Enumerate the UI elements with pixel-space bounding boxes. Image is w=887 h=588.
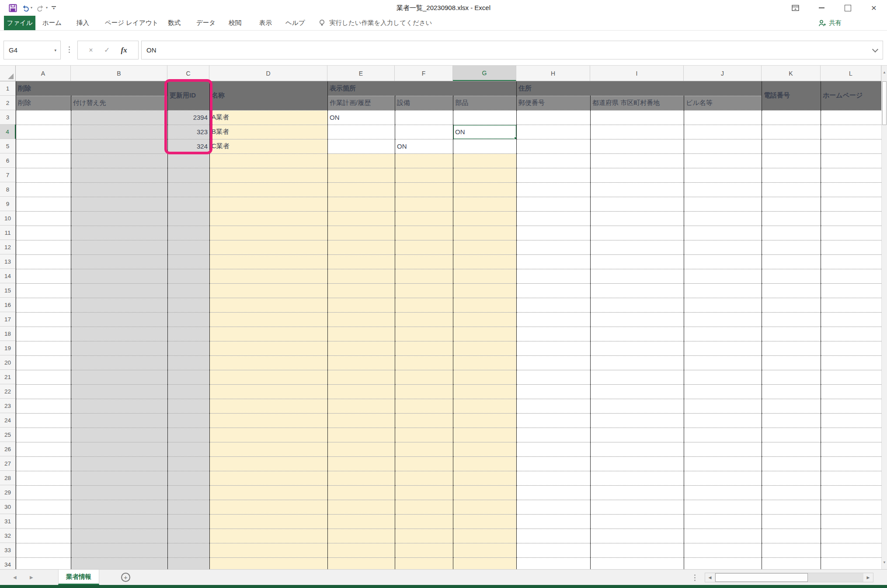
cell-F33[interactable] xyxy=(395,543,453,557)
cell-J13[interactable] xyxy=(684,254,762,269)
cell-F20[interactable] xyxy=(395,355,453,370)
cell-F34[interactable] xyxy=(395,557,453,569)
cell-C13[interactable] xyxy=(168,254,210,269)
cell-J30[interactable] xyxy=(684,500,762,514)
row-header-34[interactable]: 34 xyxy=(0,557,16,569)
cell-E34[interactable] xyxy=(328,557,395,569)
cell-G34[interactable] xyxy=(453,557,517,569)
cell-G8[interactable] xyxy=(453,182,517,197)
vertical-scrollbar[interactable]: ▲ ▼ xyxy=(881,66,887,569)
cell-J10[interactable] xyxy=(684,211,762,226)
cell-I25[interactable] xyxy=(591,428,684,442)
cell-I22[interactable] xyxy=(591,384,684,399)
cell-G14[interactable] xyxy=(453,269,517,283)
cell-B21[interactable] xyxy=(71,370,168,384)
column-header-G[interactable]: G xyxy=(453,66,516,81)
cell-K29[interactable] xyxy=(762,485,821,500)
cell-C12[interactable] xyxy=(168,240,210,254)
cell-H20[interactable] xyxy=(517,355,591,370)
cell-L12[interactable] xyxy=(821,240,882,254)
cell-D31[interactable] xyxy=(210,514,328,529)
cell-H33[interactable] xyxy=(517,543,591,557)
cell-A22[interactable] xyxy=(16,384,71,399)
cell-A27[interactable] xyxy=(16,456,71,471)
cell-H25[interactable] xyxy=(517,428,591,442)
cell-E11[interactable] xyxy=(328,226,395,240)
tab-file[interactable]: ファイル xyxy=(4,16,35,30)
cell-G19[interactable] xyxy=(453,341,517,355)
cell-H13[interactable] xyxy=(517,254,591,269)
sheet-nav-next-icon[interactable]: ▶ xyxy=(30,570,33,585)
cell-L21[interactable] xyxy=(821,370,882,384)
cell-F9[interactable] xyxy=(395,197,453,211)
cell-F5[interactable]: ON xyxy=(395,139,453,153)
cell-I28[interactable] xyxy=(591,471,684,485)
cell-C14[interactable] xyxy=(168,269,210,283)
cell-G32[interactable] xyxy=(453,529,517,543)
column-header-D[interactable]: D xyxy=(209,66,327,81)
cell-L5[interactable] xyxy=(821,139,882,153)
cell-E16[interactable] xyxy=(328,298,395,312)
cell-F32[interactable] xyxy=(395,529,453,543)
cell-K25[interactable] xyxy=(762,428,821,442)
cell-D13[interactable] xyxy=(210,254,328,269)
cell-L18[interactable] xyxy=(821,327,882,341)
cell-C17[interactable] xyxy=(168,312,210,327)
cell-J11[interactable] xyxy=(684,226,762,240)
cell-D7[interactable] xyxy=(210,168,328,182)
cell-D22[interactable] xyxy=(210,384,328,399)
tab-formulas[interactable]: 数式 xyxy=(168,16,181,30)
cell-D34[interactable] xyxy=(210,557,328,569)
cell-K24[interactable] xyxy=(762,413,821,428)
cell-A29[interactable] xyxy=(16,485,71,500)
cell-K14[interactable] xyxy=(762,269,821,283)
cell-D6[interactable] xyxy=(210,153,328,168)
maximize-button[interactable] xyxy=(835,0,861,16)
cell-E31[interactable] xyxy=(328,514,395,529)
cell-B32[interactable] xyxy=(71,529,168,543)
cell-F12[interactable] xyxy=(395,240,453,254)
cell-F27[interactable] xyxy=(395,456,453,471)
cell-J8[interactable] xyxy=(684,182,762,197)
cell-F3[interactable] xyxy=(395,110,453,125)
cell-H30[interactable] xyxy=(517,500,591,514)
cell-G17[interactable] xyxy=(453,312,517,327)
cell-J9[interactable] xyxy=(684,197,762,211)
cell-B12[interactable] xyxy=(71,240,168,254)
cell-E13[interactable] xyxy=(328,254,395,269)
cell-L4[interactable] xyxy=(821,125,882,139)
cell-K33[interactable] xyxy=(762,543,821,557)
cell-A13[interactable] xyxy=(16,254,71,269)
cell-J29[interactable] xyxy=(684,485,762,500)
cell-C5[interactable]: 324 xyxy=(168,139,210,153)
cell-B30[interactable] xyxy=(71,500,168,514)
cell-I8[interactable] xyxy=(591,182,684,197)
cell-B29[interactable] xyxy=(71,485,168,500)
cell-A32[interactable] xyxy=(16,529,71,543)
cell-E32[interactable] xyxy=(328,529,395,543)
cell-A25[interactable] xyxy=(16,428,71,442)
cell-G31[interactable] xyxy=(453,514,517,529)
tab-scrollbar-splitter[interactable] xyxy=(694,574,696,581)
cell-H23[interactable] xyxy=(517,399,591,413)
column-header-A[interactable]: A xyxy=(16,66,71,81)
cell-J14[interactable] xyxy=(684,269,762,283)
row-header-20[interactable]: 20 xyxy=(0,355,16,370)
cell-F23[interactable] xyxy=(395,399,453,413)
cell-B15[interactable] xyxy=(71,283,168,298)
cell-H11[interactable] xyxy=(517,226,591,240)
cell-L29[interactable] xyxy=(821,485,882,500)
cell-F28[interactable] xyxy=(395,471,453,485)
cell-J12[interactable] xyxy=(684,240,762,254)
cell-F18[interactable] xyxy=(395,327,453,341)
cell-B5[interactable] xyxy=(71,139,168,153)
cell-B24[interactable] xyxy=(71,413,168,428)
cell-A11[interactable] xyxy=(16,226,71,240)
cell-A24[interactable] xyxy=(16,413,71,428)
cell-K18[interactable] xyxy=(762,327,821,341)
row-header-4[interactable]: 4 xyxy=(0,125,16,139)
cell-H16[interactable] xyxy=(517,298,591,312)
row-header-8[interactable]: 8 xyxy=(0,182,16,197)
row-header-10[interactable]: 10 xyxy=(0,211,16,226)
cell-C31[interactable] xyxy=(168,514,210,529)
